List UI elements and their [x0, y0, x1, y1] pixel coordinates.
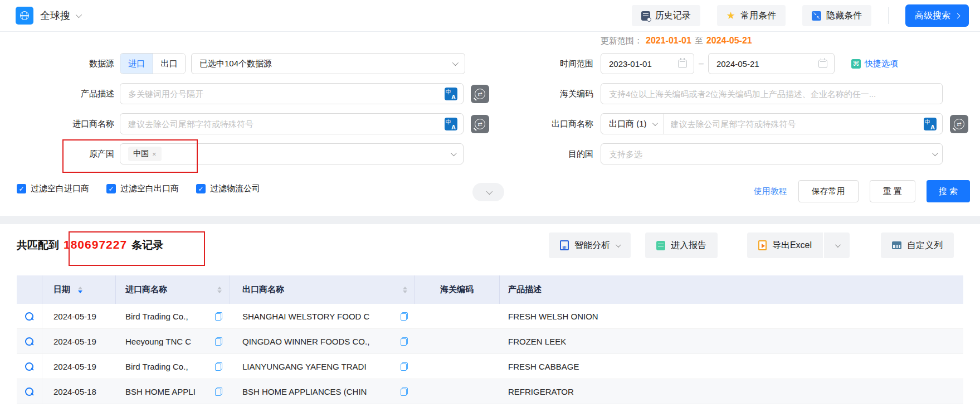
history-button[interactable]: 历史记录 — [632, 5, 700, 26]
chevron-right-icon — [955, 13, 961, 18]
chevron-down-icon[interactable] — [76, 12, 82, 18]
copy-icon[interactable] — [215, 312, 222, 321]
magnifier-icon[interactable] — [25, 387, 34, 396]
exporter-name-input[interactable] — [664, 119, 924, 129]
sort-date-control[interactable] — [78, 287, 82, 293]
row-cell-exporter[interactable]: BSH HOME APPLIANCES (CHIN — [230, 379, 415, 404]
row-cell-importer[interactable]: Bird Trading Co., — [116, 354, 230, 379]
app-title: 全球搜 — [40, 9, 70, 22]
favorite-conditions-button[interactable]: ★ 常用条件 — [717, 5, 786, 26]
filter-blank-exporter-checkbox[interactable]: ✓ 过滤空白出口商 — [106, 183, 179, 194]
hide-conditions-button[interactable]: ↘↖ 隐藏条件 — [802, 5, 871, 26]
copy-icon[interactable] — [401, 387, 408, 396]
translate-zh-en-icon[interactable]: 中A — [445, 118, 457, 130]
update-range-end: 2024-05-21 — [706, 36, 752, 46]
tab-import[interactable]: 进口 — [120, 54, 153, 74]
importer-name-label: 进口商名称 — [17, 119, 114, 129]
magnifier-icon[interactable] — [25, 312, 34, 321]
origin-country-label: 原产国 — [17, 149, 114, 159]
form-right-column: 更新范围： 2021-01-01 至 2024-05-21 时间范围 – ⌘ 快… — [526, 34, 968, 173]
table-row: 2024-05-19 Bird Trading Co., SHANGHAI WE… — [17, 304, 963, 329]
expand-more-pill[interactable] — [472, 183, 504, 201]
filter-logistics-checkbox[interactable]: ✓ 过滤物流公司 — [196, 183, 260, 194]
fuzzy-match-button[interactable]: ⇄ — [471, 115, 489, 133]
sort-desc-icon-active — [78, 290, 82, 293]
save-favorite-button[interactable]: 保存常用 — [798, 180, 859, 202]
sort-importer-control[interactable] — [217, 287, 222, 293]
translate-zh-en-icon[interactable]: 中A — [924, 118, 937, 130]
sort-asc-icon — [403, 287, 407, 289]
reset-button[interactable]: 重 置 — [870, 180, 915, 202]
checkbox-checked-icon: ✓ — [196, 184, 206, 193]
date-end-input[interactable] — [716, 59, 814, 69]
time-range-row: 时间范围 – ⌘ 快捷选项 — [526, 53, 968, 74]
row-cell-actions — [17, 304, 42, 328]
row-cell-actions — [17, 379, 42, 404]
remove-tag-icon[interactable]: × — [152, 150, 157, 158]
row-cell-importer[interactable]: BSH HOME APPLI — [116, 379, 230, 404]
row-cell-importer[interactable]: Bird Trading Co., — [116, 304, 230, 328]
sort-exporter-control[interactable] — [403, 287, 407, 293]
importer-name-input[interactable] — [128, 119, 445, 129]
copy-icon[interactable] — [215, 362, 222, 371]
origin-country-select[interactable]: 中国 × — [120, 143, 464, 164]
magnifier-icon[interactable] — [25, 337, 34, 346]
smart-analysis-button[interactable]: Bi 智能分析 — [549, 232, 631, 258]
header-cell-exporter: 出口商名称 — [230, 275, 415, 304]
product-desc-label: 产品描述 — [17, 89, 114, 99]
export-options-button[interactable] — [824, 232, 850, 258]
calendar-icon[interactable] — [678, 60, 687, 68]
chevron-down-icon — [835, 242, 840, 248]
hs-code-input[interactable] — [609, 89, 937, 99]
destination-country-select[interactable] — [601, 143, 943, 164]
copy-icon[interactable] — [215, 387, 222, 396]
destination-country-label: 目的国 — [526, 149, 593, 159]
data-source-select[interactable]: 已选中104个数据源 — [191, 53, 465, 74]
import-export-segment: 进口 出口 — [120, 53, 186, 74]
fuzzy-match-button[interactable]: ⇄ — [950, 115, 968, 133]
copy-icon[interactable] — [401, 337, 408, 346]
product-desc-input[interactable] — [128, 89, 445, 99]
filter-blank-importer-checkbox[interactable]: ✓ 过滤空白进口商 — [17, 183, 89, 194]
globe-icon — [20, 11, 29, 20]
destination-country-row: 目的国 — [526, 143, 968, 164]
copy-icon[interactable] — [401, 362, 408, 371]
chevron-down-icon — [652, 120, 657, 126]
translate-zh-en-icon[interactable]: 中A — [445, 88, 457, 100]
advanced-search-button[interactable]: 高级搜索 — [905, 4, 969, 27]
copy-icon[interactable] — [401, 312, 408, 321]
row-cell-product-desc: FROZEN LEEK — [500, 329, 963, 353]
row-cell-product-desc: FRESH CABBAGE — [500, 354, 963, 379]
row-cell-product-desc: FRESH WELSH ONION — [500, 304, 963, 328]
enter-report-button[interactable]: 进入报告 — [645, 232, 718, 258]
data-source-row: 数据源 进口 出口 已选中104个数据源 — [17, 53, 489, 74]
fuzzy-match-button[interactable]: ⇄ — [471, 85, 489, 103]
tab-export[interactable]: 出口 — [153, 54, 185, 74]
chevron-down-icon — [451, 150, 457, 156]
fuzzy-match-icon: ⇄ — [475, 119, 485, 129]
copy-icon[interactable] — [215, 337, 222, 346]
row-cell-exporter[interactable]: LIANYUNGANG YAFENG TRADI — [230, 354, 415, 379]
customize-columns-button[interactable]: 自定义列 — [881, 232, 954, 258]
tutorial-link[interactable]: 使用教程 — [754, 186, 787, 197]
section-divider-band — [0, 216, 980, 224]
results-header: 共匹配到 180697227 条记录 Bi 智能分析 进入报告 导出Excel — [17, 231, 954, 259]
destination-country-input[interactable] — [609, 149, 932, 159]
row-cell-actions — [17, 354, 42, 379]
header-cell-hs-code: 海关编码 — [415, 275, 500, 304]
export-excel-button[interactable]: 导出Excel — [747, 232, 823, 258]
quick-options-link[interactable]: ⌘ 快捷选项 — [851, 59, 898, 69]
date-start-input[interactable] — [609, 59, 674, 69]
exporter-type-select[interactable]: 出口商 (1) — [601, 114, 664, 134]
search-button[interactable]: 搜 索 — [927, 180, 970, 202]
magnifier-icon[interactable] — [25, 362, 34, 371]
sort-desc-icon — [217, 290, 222, 293]
row-cell-importer[interactable]: Heeyoung TNC C — [116, 329, 230, 353]
table-body: 2024-05-19 Bird Trading Co., SHANGHAI WE… — [17, 304, 963, 404]
calendar-icon[interactable] — [818, 60, 827, 68]
origin-country-row: 原产国 中国 × — [17, 143, 489, 164]
row-cell-exporter[interactable]: SHANGHAI WELSTORY FOOD C — [230, 304, 415, 328]
match-count-number: 180697227 — [64, 238, 127, 251]
app-logo — [16, 7, 33, 25]
row-cell-exporter[interactable]: QINGDAO WINNER FOODS CO., — [230, 329, 415, 353]
